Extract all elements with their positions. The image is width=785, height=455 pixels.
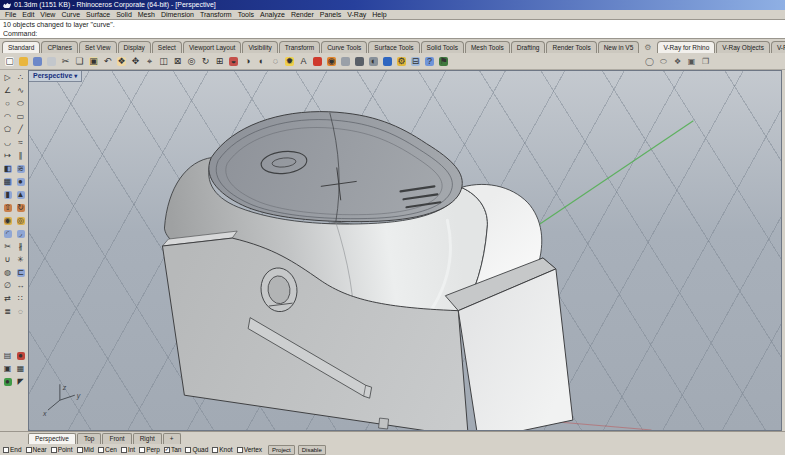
conic-icon[interactable]: ◡: [2, 137, 14, 149]
toolbar-tab[interactable]: Solid Tools: [421, 41, 464, 53]
environment-icon[interactable]: ⚑: [437, 55, 450, 68]
move-icon[interactable]: ✥: [129, 55, 142, 68]
menu-item[interactable]: Mesh: [135, 10, 158, 19]
split-icon[interactable]: ∦: [15, 241, 27, 253]
record-history-icon[interactable]: ●: [15, 350, 27, 362]
trim-icon[interactable]: ✂: [2, 241, 14, 253]
render-icon[interactable]: [311, 55, 324, 68]
osnap-toggle[interactable]: ✓ Vertex: [237, 446, 262, 453]
toolbar-tab[interactable]: Surface Tools: [368, 41, 419, 53]
ghosted-view-icon[interactable]: ◐: [255, 55, 268, 68]
vray-framebuffer-icon[interactable]: ▣: [685, 55, 698, 68]
viewport-tab[interactable]: +: [163, 433, 181, 444]
boolean-union-icon[interactable]: ◉: [2, 215, 14, 227]
viewport-tab[interactable]: Top: [77, 433, 101, 444]
vray-toolbar-tab[interactable]: V-Ray Extra: [771, 41, 785, 53]
toolbar-tab[interactable]: Mesh Tools: [465, 41, 510, 53]
viewport-title-menu[interactable]: Perspective ▾: [29, 71, 82, 82]
menu-item[interactable]: Tools: [235, 10, 257, 19]
viewport-tab[interactable]: Front: [102, 433, 131, 444]
render-sphere-dark-icon[interactable]: [353, 55, 366, 68]
menu-item[interactable]: Curve: [58, 10, 83, 19]
surface-icon[interactable]: ◧: [2, 163, 14, 175]
toolbar-tab[interactable]: Render Tools: [546, 41, 596, 53]
viewport-tab[interactable]: Perspective: [28, 433, 76, 444]
box-icon[interactable]: ▦: [2, 176, 14, 188]
select-pointer-icon[interactable]: ▷: [2, 72, 14, 84]
layer-state-icon[interactable]: ▤: [2, 350, 14, 362]
command-area[interactable]: 10 objects changed to layer "curve". Com…: [0, 19, 785, 39]
boolean-difference-icon[interactable]: ◎: [15, 215, 27, 227]
cut-icon[interactable]: ✂: [59, 55, 72, 68]
offset-surface-icon[interactable]: ⊏: [15, 267, 27, 279]
helix-icon[interactable]: ≈: [15, 137, 27, 149]
cone-icon[interactable]: ▲: [15, 189, 27, 201]
checkbox[interactable]: ✓: [139, 447, 145, 453]
safe-frame-icon[interactable]: ●: [2, 376, 14, 388]
toolbar-tab[interactable]: Visibility: [242, 41, 277, 53]
vray-toolbar-tab[interactable]: V-Ray for Rhino: [657, 41, 715, 53]
checkbox[interactable]: ✓: [212, 447, 218, 453]
osnap-toggle[interactable]: ✓ Int: [121, 446, 135, 453]
circle-icon[interactable]: ○: [2, 98, 14, 110]
menu-item[interactable]: Transform: [197, 10, 235, 19]
copy-to-clipboard-icon[interactable]: ❏: [73, 55, 86, 68]
checkbox[interactable]: ✓: [77, 447, 83, 453]
array-icon[interactable]: ∷: [15, 293, 27, 305]
toolbar-tab[interactable]: New in V5: [598, 41, 640, 53]
open-file-icon[interactable]: [17, 55, 30, 68]
osnap-toggle[interactable]: ✓ Near: [26, 446, 47, 453]
pan-icon[interactable]: ❖: [115, 55, 128, 68]
group-icon[interactable]: ≣: [2, 306, 14, 318]
cylinder-icon[interactable]: ▮: [2, 189, 14, 201]
zoom-selected-icon[interactable]: ◎: [185, 55, 198, 68]
menu-item[interactable]: Solid: [113, 10, 135, 19]
command-prompt[interactable]: Command:: [3, 30, 782, 39]
ellipse-icon[interactable]: ⬭: [15, 98, 27, 110]
osnap-toggle[interactable]: ✓ Perp: [139, 446, 160, 453]
osnap-button[interactable]: Disable: [298, 445, 326, 455]
checkbox[interactable]: ✓: [26, 447, 32, 453]
zoom-dynamic-icon[interactable]: ⌖: [143, 55, 156, 68]
revolve-icon[interactable]: ↻: [15, 202, 27, 214]
osnap-toggle[interactable]: ✓ Mid: [77, 446, 94, 453]
viewport-layout-icon[interactable]: ▦: [15, 363, 27, 375]
fillet-edge-icon[interactable]: ◜: [2, 228, 14, 240]
osnap-toggle[interactable]: ✓ Cen: [98, 446, 117, 453]
sphere-icon[interactable]: ●: [15, 176, 27, 188]
checkbox[interactable]: ✓: [51, 447, 57, 453]
explode-icon[interactable]: ✳: [15, 254, 27, 266]
material-editor-icon[interactable]: ⚙: [395, 55, 408, 68]
osnap-button[interactable]: Project: [268, 445, 295, 455]
render-sphere-gray-icon[interactable]: [339, 55, 352, 68]
vray-batch-render-icon[interactable]: ❐: [699, 55, 712, 68]
transform-icon[interactable]: ⇄: [2, 293, 14, 305]
osnap-toggle[interactable]: ✓ Point: [51, 446, 73, 453]
chevron-down-icon[interactable]: ▾: [74, 72, 77, 79]
point-icon[interactable]: ∴: [15, 72, 27, 84]
rectangle-icon[interactable]: ▭: [15, 111, 27, 123]
toolbar-tab[interactable]: Select: [152, 41, 182, 53]
viewport-canvas[interactable]: z y x: [29, 71, 781, 430]
extend-curve-icon[interactable]: ↦: [2, 150, 14, 162]
help-icon[interactable]: ?: [423, 55, 436, 68]
toolbar-tab[interactable]: Standard: [2, 41, 40, 53]
wireframe-view-icon[interactable]: ◌: [269, 55, 282, 68]
named-position-icon[interactable]: ▣: [2, 363, 14, 375]
rocker-switch-model[interactable]: [162, 112, 572, 430]
save-icon[interactable]: [31, 55, 44, 68]
vray-render-icon[interactable]: ◯: [643, 55, 656, 68]
line-icon[interactable]: ╱: [15, 124, 27, 136]
perspective-viewport[interactable]: z y x Perspective ▾: [28, 70, 782, 431]
rotate-view-icon[interactable]: ↻: [199, 55, 212, 68]
vray-toolbar-tab[interactable]: V-Ray Objects: [716, 41, 770, 53]
checkbox[interactable]: ✓: [121, 447, 127, 453]
menu-item[interactable]: View: [37, 10, 58, 19]
checkbox[interactable]: ✓: [237, 447, 243, 453]
control-point-curve-icon[interactable]: ∿: [15, 85, 27, 97]
checkbox[interactable]: ✓: [98, 447, 104, 453]
menu-item[interactable]: Render: [288, 10, 317, 19]
popup-corner-icon[interactable]: ◤: [15, 376, 27, 388]
extrude-icon[interactable]: ⇧: [2, 202, 14, 214]
cplane-grid-icon[interactable]: ⊞: [213, 55, 226, 68]
